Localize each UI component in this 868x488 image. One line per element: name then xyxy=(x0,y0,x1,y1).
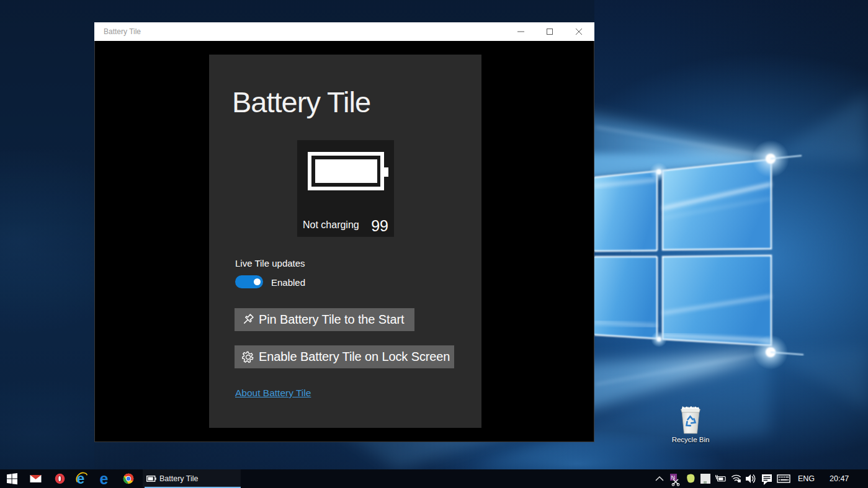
svg-text:e: e xyxy=(99,470,108,487)
